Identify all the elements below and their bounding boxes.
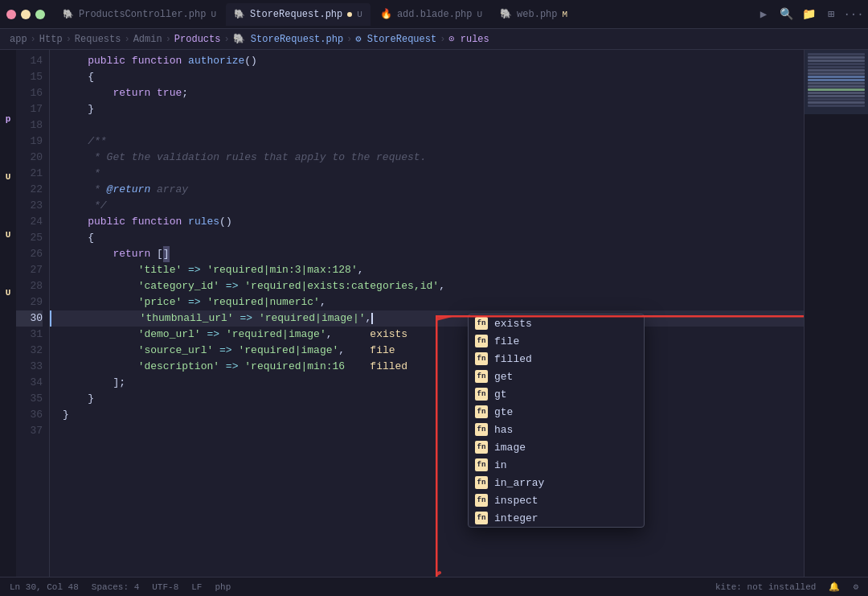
code-line-26: return []	[50, 246, 804, 262]
main-area: p U U U 14 15 16 17 18 19 20 21 22 23 24…	[0, 50, 868, 577]
ac-item-inspect[interactable]: fn inspect	[469, 491, 644, 509]
sidebar-dot-u: U	[6, 172, 11, 182]
search-button[interactable]: 🔍	[778, 6, 794, 23]
sidebar-dot-u2: U	[6, 230, 11, 240]
status-spaces: Spaces: 4	[92, 582, 139, 592]
code-line-30: 'thumbnail_url' => 'required|image|',	[50, 310, 804, 327]
tab-mark: U	[211, 10, 216, 19]
line-num-26: 26	[16, 246, 43, 262]
code-line-24: public function rules()	[50, 214, 804, 230]
ac-item-file[interactable]: fn file	[469, 332, 644, 350]
ac-label-image: image	[494, 442, 526, 454]
ac-label-integer: integer	[494, 512, 538, 524]
tab-mark: M	[563, 10, 568, 19]
more-button[interactable]: ···	[845, 6, 862, 23]
code-line-25: {	[50, 230, 804, 246]
breadcrumb-requests: Requests	[75, 34, 121, 45]
folder-button[interactable]: 📁	[800, 6, 817, 23]
close-window-control[interactable]	[6, 10, 16, 19]
code-line-23: */	[50, 198, 804, 214]
breadcrumb-app: app	[10, 34, 27, 45]
ac-item-image[interactable]: fn image	[469, 438, 644, 456]
code-line-28: 'category_id' => 'required|exists:catego…	[50, 278, 804, 294]
minimap[interactable]	[804, 50, 868, 577]
ac-label-gt: gt	[494, 388, 507, 401]
tab-label: StoreRequest.php	[250, 9, 342, 20]
line-num-15: 15	[16, 69, 43, 85]
code-line-32: 'source_url' => 'required|image', file	[50, 343, 804, 359]
line-num-37: 37	[16, 423, 43, 439]
code-line-37	[50, 423, 804, 439]
code-line-20: * Get the validation rules that apply to…	[50, 150, 804, 166]
tab-label: ProductsController.php	[79, 9, 206, 20]
status-encoding: UTF-8	[152, 582, 178, 592]
code-line-22: * @return array	[50, 182, 804, 198]
line-num-28: 28	[16, 278, 43, 294]
ac-item-gt[interactable]: fn gt	[469, 385, 644, 403]
ac-item-get[interactable]: fn get	[469, 368, 644, 385]
tab-products-controller[interactable]: 🐘 ProductsController.php U	[55, 3, 224, 26]
code-line-29: 'price' => 'required|numeric',	[50, 294, 804, 310]
ac-item-in-array[interactable]: fn in_array	[469, 474, 644, 491]
split-button[interactable]: ⊞	[823, 6, 839, 23]
minimap-content	[805, 50, 868, 577]
breadcrumb-products: Products	[174, 34, 221, 45]
ac-label-filled: filled	[494, 353, 532, 365]
line-num-24: 24	[16, 214, 43, 230]
ac-icon-exists: fn	[475, 317, 488, 330]
mm-line	[808, 88, 865, 91]
line-num-35: 35	[16, 391, 43, 407]
status-kite: kite: not installed	[715, 582, 816, 592]
line-num-16: 16	[16, 85, 43, 101]
autocomplete-dropdown[interactable]: fn exists fn file fn filled fn get fn gt…	[468, 314, 645, 528]
web-icon: 🐘	[500, 8, 512, 20]
ac-item-exists[interactable]: fn exists	[469, 314, 644, 332]
ac-label-in-array: in_array	[494, 477, 544, 489]
status-position: Ln 30, Col 48	[10, 582, 79, 592]
ac-icon-has: fn	[475, 423, 488, 436]
ac-icon-gt: fn	[475, 388, 488, 401]
ac-icon-image: fn	[475, 441, 488, 454]
code-line-18	[50, 117, 804, 134]
ac-icon-gte: fn	[475, 405, 488, 418]
ac-item-gte[interactable]: fn gte	[469, 403, 644, 421]
tab-store-request[interactable]: 🐘 StoreRequest.php U	[226, 3, 371, 26]
ac-icon-in-array: fn	[475, 476, 488, 489]
tab-web-php[interactable]: 🐘 web.php M	[492, 3, 575, 26]
mm-line	[808, 76, 865, 78]
status-icon-bell: 🔔	[829, 582, 840, 592]
ac-item-integer[interactable]: fn integer	[469, 509, 644, 527]
code-editor[interactable]: public function authorize() { return tru…	[50, 50, 804, 577]
tab-add-blade[interactable]: 🔥 add.blade.php U	[372, 3, 490, 26]
line-num-20: 20	[16, 150, 43, 166]
status-language: php	[215, 582, 231, 592]
sidebar-dot-p: p	[6, 114, 11, 124]
status-left: Ln 30, Col 48 Spaces: 4 UTF-8 LF php	[10, 582, 231, 592]
line-num-34: 34	[16, 375, 43, 391]
ac-icon-integer: fn	[475, 512, 488, 524]
run-button[interactable]: ▶	[755, 6, 772, 23]
ac-label-file: file	[494, 335, 519, 347]
tab-bar: 🐘 ProductsController.php U 🐘 StoreReques…	[0, 0, 868, 29]
ac-item-filled[interactable]: fn filled	[469, 350, 644, 368]
minimap-viewport	[805, 50, 868, 114]
maximize-window-control[interactable]	[35, 10, 45, 19]
code-line-31: 'demo_url' => 'required|image', exists	[50, 327, 804, 343]
ac-icon-filled: fn	[475, 352, 488, 365]
code-line-16: return true;	[50, 85, 804, 101]
line-num-32: 32	[16, 343, 43, 359]
line-num-21: 21	[16, 166, 43, 182]
code-line-19: /**	[50, 134, 804, 150]
ac-label-has: has	[494, 424, 513, 436]
breadcrumb-file: 🐘 StoreRequest.php	[233, 33, 343, 45]
line-num-31: 31	[16, 327, 43, 343]
line-num-22: 22	[16, 182, 43, 198]
minimize-window-control[interactable]	[21, 10, 31, 19]
line-num-23: 23	[16, 198, 43, 214]
breadcrumb-http: Http	[39, 34, 63, 45]
line-num-27: 27	[16, 262, 43, 278]
ac-item-has[interactable]: fn has	[469, 421, 644, 438]
breadcrumb-method: ⊙ rules	[448, 33, 489, 45]
ac-item-in[interactable]: fn in	[469, 456, 644, 474]
code-line-35: }	[50, 391, 804, 407]
